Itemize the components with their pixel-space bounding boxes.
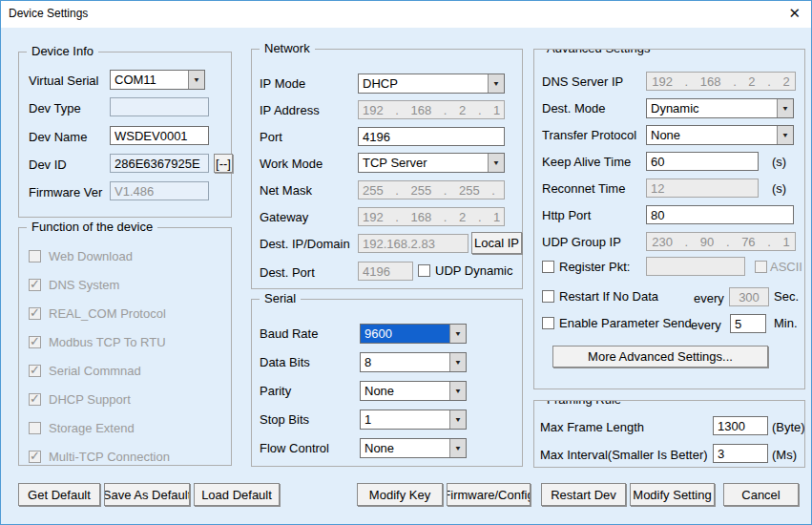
restart-interval-field bbox=[729, 287, 769, 306]
framing-title: Framing Rule bbox=[542, 400, 626, 407]
dev-type-field bbox=[110, 97, 209, 116]
modbus-checkbox bbox=[29, 336, 41, 348]
stop-bits-value: 1 bbox=[361, 410, 449, 429]
max-interval-label: Max Interval(Smaller Is Better) bbox=[540, 448, 708, 462]
dest-port-field bbox=[358, 262, 413, 281]
chevron-down-icon[interactable] bbox=[449, 410, 466, 429]
functions-title: Function of the device bbox=[27, 220, 157, 234]
virtual-serial-select[interactable]: COM11 bbox=[110, 70, 205, 90]
port-field[interactable] bbox=[358, 127, 505, 146]
stop-bits-select[interactable]: 1 bbox=[360, 410, 467, 430]
modify-key-button[interactable]: Modify Key bbox=[357, 483, 443, 506]
baud-rate-select[interactable]: 9600 bbox=[360, 324, 467, 344]
advanced-title: Advanced Settings bbox=[542, 49, 655, 55]
keep-alive-field[interactable] bbox=[646, 152, 759, 171]
dest-mode-value: Dynamic bbox=[647, 99, 777, 117]
firmware-field bbox=[110, 181, 209, 200]
restart-dev-button[interactable]: Restart Dev bbox=[541, 483, 626, 506]
udp-group-field bbox=[646, 232, 796, 251]
dev-type-label: Dev Type bbox=[29, 101, 81, 116]
chevron-down-icon[interactable] bbox=[449, 439, 466, 457]
register-pkt-field bbox=[646, 257, 745, 276]
restart-every-label: every bbox=[694, 291, 724, 305]
dev-name-field[interactable] bbox=[110, 126, 209, 145]
dns-system-checkbox bbox=[29, 279, 41, 291]
stop-bits-label: Stop Bits bbox=[260, 412, 309, 427]
dest-ip-field bbox=[358, 234, 468, 253]
net-mask-label: Net Mask bbox=[260, 183, 312, 198]
dest-mode-select[interactable]: Dynamic bbox=[646, 98, 794, 118]
close-icon[interactable]: ✕ bbox=[788, 5, 801, 22]
chevron-down-icon[interactable] bbox=[488, 74, 504, 93]
max-interval-field[interactable] bbox=[713, 444, 768, 463]
chevron-down-icon[interactable] bbox=[449, 382, 466, 400]
device-settings-dialog: Device Settings ✕ Device Info Virtual Se… bbox=[0, 0, 812, 525]
udp-dynamic-checkbox[interactable] bbox=[418, 264, 430, 277]
param-send-every-label: every bbox=[691, 318, 721, 332]
dev-id-label: Dev ID bbox=[29, 158, 67, 172]
chevron-down-icon[interactable] bbox=[777, 99, 793, 117]
enable-param-send-checkbox[interactable] bbox=[542, 317, 554, 329]
dns-server-field bbox=[646, 72, 796, 91]
realcom-checkbox bbox=[29, 307, 41, 320]
baud-rate-value: 9600 bbox=[361, 325, 449, 343]
virtual-serial-label: Virtual Serial bbox=[29, 74, 98, 88]
keep-alive-unit: (s) bbox=[772, 155, 786, 169]
firmware-config-button[interactable]: Firmware/Config bbox=[447, 483, 531, 506]
firmware-label: Firmware Ver bbox=[29, 185, 102, 200]
work-mode-value: TCP Server bbox=[359, 154, 488, 172]
reconnect-label: Reconnet Time bbox=[542, 181, 625, 196]
dev-name-label: Dev Name bbox=[29, 130, 87, 144]
chevron-down-icon[interactable] bbox=[449, 353, 466, 371]
load-default-button[interactable]: Load Default bbox=[194, 483, 280, 506]
ip-mode-select[interactable]: DHCP bbox=[358, 74, 505, 94]
flow-control-select[interactable]: None bbox=[360, 438, 467, 458]
reconnect-field bbox=[646, 178, 759, 198]
transfer-protocol-select[interactable]: None bbox=[646, 125, 794, 145]
realcom-label: REAL_COM Protocol bbox=[49, 306, 166, 321]
restart-if-no-data-checkbox[interactable] bbox=[542, 290, 554, 303]
get-default-button[interactable]: Get Default bbox=[18, 483, 100, 506]
dev-id-expand-button[interactable]: [--] bbox=[214, 154, 233, 173]
work-mode-label: Work Mode bbox=[260, 157, 323, 171]
save-as-default-button[interactable]: Save As Default bbox=[104, 483, 190, 506]
parity-select[interactable]: None bbox=[360, 381, 467, 401]
local-ip-button[interactable]: Local IP bbox=[471, 232, 522, 254]
chevron-down-icon[interactable] bbox=[449, 325, 466, 343]
net-mask-field bbox=[358, 180, 505, 200]
multi-tcp-label: Multi-TCP Connection bbox=[49, 450, 170, 464]
serial-command-checkbox bbox=[29, 365, 41, 377]
flow-control-label: Flow Control bbox=[260, 441, 329, 455]
udp-group-label: UDP Group IP bbox=[542, 235, 621, 249]
data-bits-select[interactable]: 8 bbox=[360, 352, 467, 372]
serial-group: Serial Baud Rate 9600 Data Bits 8 Parity… bbox=[251, 299, 523, 467]
modify-setting-button[interactable]: Modify Setting bbox=[630, 483, 715, 506]
cancel-button[interactable]: Cancel bbox=[723, 483, 799, 506]
gateway-field bbox=[358, 207, 505, 226]
ip-address-field bbox=[358, 100, 505, 119]
data-bits-label: Data Bits bbox=[260, 355, 310, 369]
max-frame-field[interactable] bbox=[713, 416, 768, 435]
register-pkt-checkbox[interactable] bbox=[542, 261, 554, 273]
port-label: Port bbox=[260, 130, 282, 144]
max-interval-unit: (Ms) bbox=[772, 448, 797, 462]
work-mode-select[interactable]: TCP Server bbox=[358, 153, 505, 173]
dest-mode-label: Dest. Mode bbox=[542, 101, 605, 116]
max-frame-unit: (Byte) bbox=[772, 420, 805, 434]
param-send-interval-field[interactable] bbox=[730, 314, 766, 333]
restart-unit: Sec. bbox=[774, 289, 799, 304]
chevron-down-icon[interactable] bbox=[777, 126, 793, 144]
max-frame-label: Max Frame Length bbox=[540, 420, 644, 434]
more-advanced-settings-button[interactable]: More Advanced Settings... bbox=[552, 346, 768, 368]
network-title: Network bbox=[260, 41, 315, 55]
baud-rate-label: Baud Rate bbox=[260, 326, 318, 341]
chevron-down-icon[interactable] bbox=[488, 154, 504, 172]
transfer-protocol-value: None bbox=[647, 126, 777, 144]
reconnect-unit: (s) bbox=[772, 181, 786, 196]
transfer-protocol-label: Transfer Protocol bbox=[542, 128, 636, 142]
device-info-title: Device Info bbox=[27, 44, 98, 58]
http-port-field[interactable] bbox=[646, 205, 794, 224]
chevron-down-icon[interactable] bbox=[188, 71, 204, 89]
functions-group: Function of the device Web Download DNS … bbox=[18, 227, 232, 466]
storage-extend-checkbox bbox=[29, 422, 41, 434]
